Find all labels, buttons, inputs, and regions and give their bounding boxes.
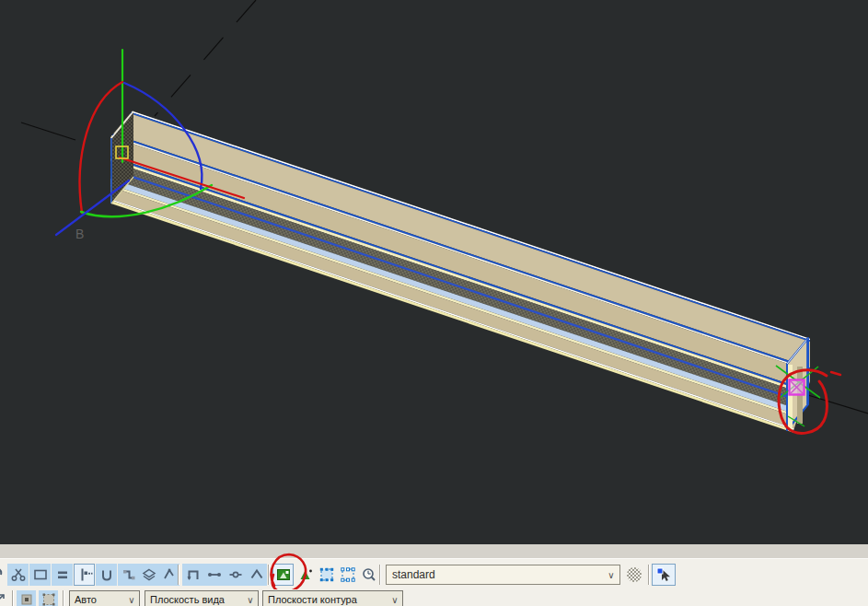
axis-label: В bbox=[75, 227, 84, 241]
marquee-icon bbox=[41, 591, 57, 606]
select-cursor-button[interactable] bbox=[652, 564, 676, 586]
zoom-history-button[interactable] bbox=[358, 564, 379, 586]
chevron-down-icon[interactable]: ∨ bbox=[243, 595, 258, 605]
toolbar-separator bbox=[63, 590, 64, 606]
chevron-down-icon[interactable]: ∨ bbox=[388, 595, 402, 605]
viewport-3d[interactable]: В bbox=[0, 0, 868, 544]
toolbar-status: Авто ∨ Плоскость вида ∨ Плоскости контур… bbox=[0, 589, 868, 606]
point-marker-button[interactable] bbox=[17, 590, 36, 606]
u-profile-icon bbox=[98, 566, 115, 583]
polyline-angle-button[interactable] bbox=[158, 564, 179, 586]
two-bars-icon bbox=[54, 566, 71, 583]
cut-button[interactable] bbox=[7, 564, 29, 586]
dash-node-button[interactable] bbox=[225, 564, 246, 586]
mode-dropdown[interactable]: Авто ∨ bbox=[69, 590, 140, 606]
magnifier-clock-icon bbox=[361, 566, 377, 583]
toolbar-main: standard ∨ bbox=[0, 559, 868, 589]
selection-filled-icon bbox=[318, 566, 335, 583]
panel-strip bbox=[0, 544, 868, 559]
u-profile-button[interactable] bbox=[96, 564, 117, 586]
reference-flag-button[interactable] bbox=[74, 564, 95, 586]
view-plane-dropdown-value: Плоскость вида bbox=[145, 594, 243, 605]
segment-nodes-icon bbox=[206, 566, 223, 583]
segment-nodes-button[interactable] bbox=[203, 564, 225, 586]
hatch-toggle-button[interactable] bbox=[623, 564, 644, 586]
toolbar-separator bbox=[268, 565, 270, 585]
hatch-icon bbox=[625, 565, 643, 584]
image-mountain-icon bbox=[275, 566, 292, 583]
clipped-toolbar-button[interactable] bbox=[0, 564, 4, 586]
select-handles-outline-button[interactable] bbox=[337, 564, 358, 586]
profile-combo[interactable]: standard ∨ bbox=[386, 565, 620, 585]
contour-planes-dropdown-value: Плоскости контура bbox=[263, 594, 388, 605]
apex-icon bbox=[249, 566, 265, 583]
toolbar-separator bbox=[178, 565, 179, 585]
chevron-down-icon[interactable]: ∨ bbox=[603, 570, 619, 580]
profile-combo-value: standard bbox=[387, 568, 603, 581]
layers-icon bbox=[141, 566, 157, 583]
toolbar-separator bbox=[12, 590, 14, 606]
apex-button[interactable] bbox=[246, 564, 267, 586]
scene-3d: В bbox=[0, 0, 868, 544]
toolbar-separator bbox=[379, 565, 381, 585]
offset-step-button[interactable] bbox=[118, 564, 139, 586]
scissors-icon bbox=[10, 566, 27, 583]
toolbar-separator bbox=[648, 565, 650, 585]
chevron-down-icon[interactable]: ∨ bbox=[124, 595, 139, 605]
cursor-icon bbox=[654, 565, 673, 584]
dash-node-icon bbox=[227, 566, 244, 583]
frame-icon bbox=[32, 566, 49, 583]
mode-dropdown-value: Авто bbox=[70, 594, 124, 605]
cad-application-window: В bbox=[0, 0, 868, 606]
green-triangle-icon bbox=[297, 566, 314, 583]
two-bars-button[interactable] bbox=[52, 564, 73, 586]
clipped-diagonal-button[interactable] bbox=[0, 590, 8, 606]
marquee-select-button[interactable] bbox=[39, 590, 58, 606]
offset-step-icon bbox=[121, 566, 137, 583]
diagonal-line-icon bbox=[0, 591, 7, 606]
polyline-angle-icon bbox=[161, 566, 178, 583]
view-plane-dropdown[interactable]: Плоскость вида ∨ bbox=[145, 590, 259, 606]
select-handles-filled-button[interactable] bbox=[316, 564, 337, 586]
contour-planes-dropdown[interactable]: Плоскости контура ∨ bbox=[262, 590, 403, 606]
contour-path-icon bbox=[185, 566, 202, 583]
selection-outline-icon bbox=[340, 566, 356, 583]
reference-flag-icon bbox=[76, 566, 93, 583]
contour-path-button[interactable] bbox=[182, 564, 203, 586]
layers-button[interactable] bbox=[138, 564, 159, 586]
point-marker-icon bbox=[18, 591, 35, 606]
show-image-button[interactable] bbox=[272, 564, 294, 586]
triangulation-button[interactable] bbox=[295, 564, 316, 586]
frame-button[interactable] bbox=[29, 564, 51, 586]
